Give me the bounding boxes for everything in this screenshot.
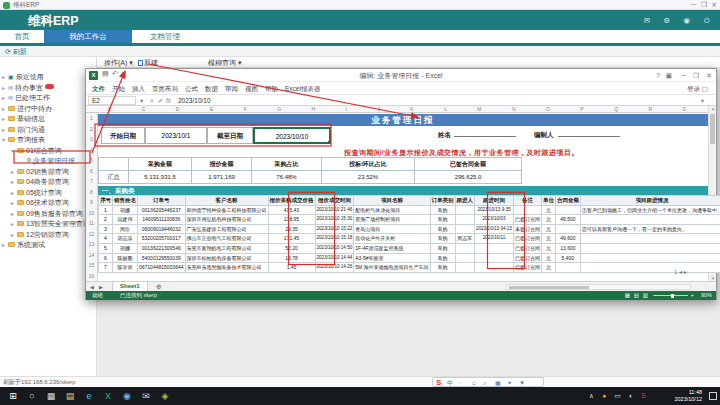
sogou-ime-icon[interactable]: S: [436, 378, 441, 388]
wechat-icon[interactable]: ◈: [156, 387, 174, 405]
table-cell[interactable]: [580, 234, 720, 244]
maker-label[interactable]: 编制人: [534, 131, 554, 140]
orders-header-cell[interactable]: 订单号: [138, 196, 186, 206]
tree-item[interactable]: ▸06技术部查询: [2, 198, 97, 209]
column-letter[interactable]: M: [477, 106, 481, 113]
table-cell[interactable]: [475, 243, 514, 253]
table-cell[interactable]: 陈学俊: [113, 263, 138, 273]
vscroll-thumb[interactable]: [710, 114, 715, 144]
table-row[interactable]: 1胡娜00136205446237郑州德宁特种设备工程科技有限公司415.432…: [99, 205, 720, 215]
table-cell[interactable]: [580, 263, 720, 273]
orders-header-cell[interactable]: 销售姓名: [113, 196, 138, 206]
orders-header-cell[interactable]: 跟进人: [455, 196, 475, 206]
ime-emoji-icon[interactable]: ☺: [471, 378, 477, 388]
table-cell[interactable]: 闫建伟: [113, 215, 138, 225]
page-layout-icon[interactable]: ▤: [634, 291, 639, 300]
start-date-label[interactable]: 开始日期: [101, 127, 145, 144]
table-cell[interactable]: 49,600: [555, 234, 580, 244]
user-icon[interactable]: ◉: [683, 16, 690, 25]
zoom-level[interactable]: 90%: [701, 291, 712, 300]
browser-icon[interactable]: ◉: [118, 387, 136, 405]
column-letter[interactable]: L: [444, 106, 447, 113]
table-cell[interactable]: 未签订合同: [513, 224, 541, 234]
column-letter[interactable]: S: [683, 106, 686, 113]
table-cell[interactable]: 已签订合同: [513, 263, 541, 273]
sign-in-button[interactable]: 登录 ▢: [687, 82, 708, 95]
column-letter[interactable]: R: [648, 106, 652, 113]
table-cell[interactable]: 陈丽鹏: [113, 253, 138, 263]
namebox-dropdown-icon[interactable]: ▾: [140, 96, 143, 105]
table-cell[interactable]: [555, 263, 580, 273]
table-cell[interactable]: [513, 205, 541, 215]
tab-home[interactable]: 首页: [0, 30, 44, 43]
table-cell[interactable]: 0671044815003644: [138, 263, 186, 273]
table-cell[interactable]: [475, 253, 514, 263]
name-box[interactable]: E2: [88, 96, 136, 105]
table-cell[interactable]: 元: [541, 234, 555, 244]
refresh-button[interactable]: 刷新: [13, 48, 27, 55]
table-cell[interactable]: 2023/10/10 15:30: [315, 215, 354, 225]
zoom-in-icon[interactable]: +: [691, 291, 694, 300]
table-cell[interactable]: 元: [541, 243, 555, 253]
summary-cell[interactable]: 投标/环比占比: [322, 158, 415, 171]
table-row[interactable]: 6陈丽鹏54000129550039深圳市松柏机电设备有限公司13.782023…: [99, 253, 720, 263]
table-cell[interactable]: 4: [99, 234, 113, 244]
table-cell[interactable]: 2023/10/10 14:50: [315, 243, 354, 253]
tree-item[interactable]: ▸基础信息: [2, 114, 97, 125]
tree-item[interactable]: ▾01综合查询: [2, 146, 97, 157]
tree-item[interactable]: ▾查询报表: [2, 135, 97, 146]
excel-restore-icon[interactable]: ❐: [693, 69, 699, 82]
table-row[interactable]: 2闫建伟14009511100836深圳市鸿弘机电科技有限公司138.95202…: [99, 215, 720, 225]
table-cell[interactable]: 周志军: [455, 234, 475, 244]
table-page-nav[interactable]: 1 ◂ ▸: [674, 268, 687, 275]
tree-item[interactable]: ▸系统测试: [2, 240, 97, 251]
table-cell[interactable]: 415.43: [268, 205, 315, 215]
ribbon-tab-Excel报表器[interactable]: Excel报表器: [285, 82, 320, 95]
table-cell[interactable]: 采购: [430, 205, 455, 215]
table-cell[interactable]: 元: [541, 224, 555, 234]
table-cell[interactable]: 星海广场控制柜项目: [354, 215, 430, 225]
ribbon-tab-视图[interactable]: 视图: [245, 82, 258, 95]
table-cell[interactable]: 2023/10/03: [475, 215, 514, 225]
ime-toolbar[interactable]: S 中 ◦ ☺ ♪ ▦ ✦ ▼: [432, 377, 544, 387]
table-cell[interactable]: 52.20: [268, 243, 315, 253]
table-cell[interactable]: 2023/10/10 14:44: [315, 253, 354, 263]
orders-header-cell[interactable]: 项目跟进情况: [580, 196, 720, 206]
orders-header-cell[interactable]: 订单类别: [430, 196, 455, 206]
table-cell[interactable]: 配电柜气体净化项目: [354, 205, 430, 215]
table-cell[interactable]: 周欣: [113, 224, 138, 234]
new-button[interactable]: 新建: [138, 57, 158, 68]
table-cell[interactable]: 采购: [430, 224, 455, 234]
ime-toolbox-icon[interactable]: ✦: [507, 378, 512, 388]
tab-workbench[interactable]: 我的工作台: [44, 30, 132, 43]
column-letter[interactable]: E: [210, 106, 213, 113]
end-date-label[interactable]: 截至日期: [207, 127, 253, 144]
display-icon[interactable]: ▭: [611, 387, 624, 405]
table-cell[interactable]: 2023/10/10 15:22: [315, 224, 354, 234]
table-cell[interactable]: 7: [99, 263, 113, 273]
column-letter[interactable]: D: [176, 106, 180, 113]
table-cell[interactable]: [580, 215, 720, 225]
tree-item[interactable]: ▸▣最近使用: [2, 72, 97, 83]
table-cell[interactable]: 东莞科东迅智能装备技术有限公司: [185, 263, 268, 273]
orders-header-cell[interactable]: 报价采购成交价格: [268, 196, 315, 206]
summary-cell[interactable]: [99, 158, 129, 171]
table-cell[interactable]: 29.35: [268, 224, 315, 234]
summary-cell[interactable]: 23.52%: [322, 171, 415, 184]
excel-minimize-icon[interactable]: ─: [681, 69, 686, 82]
excel-help-icon[interactable]: ?: [656, 69, 660, 82]
summary-cell[interactable]: 5,131,931.5: [129, 171, 192, 184]
summary-cell[interactable]: 汇总: [99, 171, 129, 184]
table-row[interactable]: 3周欣06009019446032广东弘基建设工程有限公司29.352023/1…: [99, 224, 720, 234]
table-row[interactable]: 5胡娜00136221300546东莞市富翔机电工程有限公司52.202023/…: [99, 243, 720, 253]
excel-icon[interactable]: X: [99, 387, 117, 405]
column-letter[interactable]: O: [546, 106, 550, 113]
column-letter[interactable]: J: [377, 106, 380, 113]
summary-cell[interactable]: 已签合同金额: [415, 158, 522, 171]
table-cell[interactable]: 54000129550039: [138, 253, 186, 263]
task-view-icon[interactable]: ▦: [42, 387, 60, 405]
table-cell[interactable]: 已签订合同: [513, 243, 541, 253]
column-letter[interactable]: H: [312, 106, 316, 113]
table-cell[interactable]: 138.95: [268, 215, 315, 225]
confirm-entry-icon[interactable]: ✓: [158, 96, 163, 105]
